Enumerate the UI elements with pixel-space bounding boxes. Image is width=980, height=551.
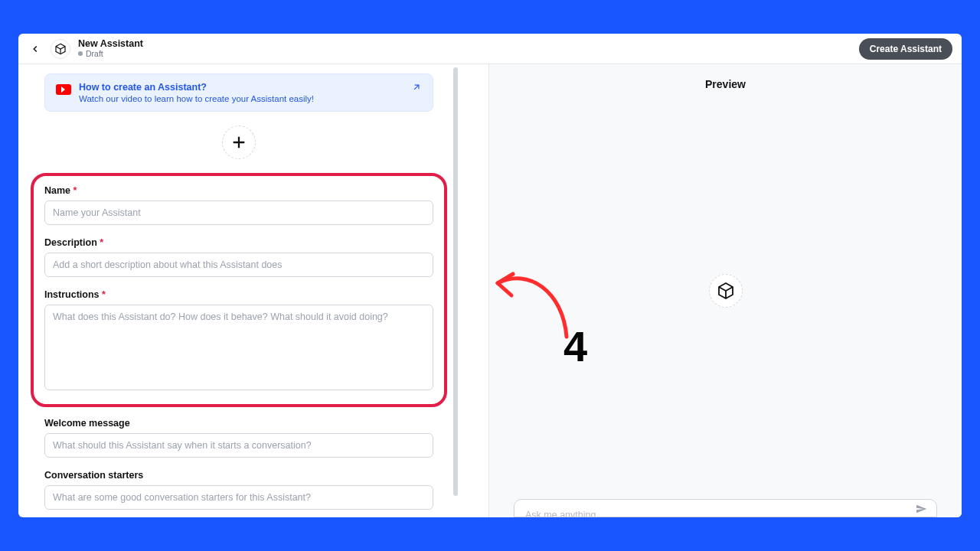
name-field-group: Name *	[44, 185, 433, 225]
instructions-field-group: Instructions *	[44, 289, 433, 393]
description-input[interactable]	[44, 253, 433, 277]
topbar-left: New Assistant Draft	[28, 39, 143, 59]
form-pane: How to create an Assistant? Watch our vi…	[18, 64, 459, 517]
preview-title: Preview	[705, 78, 746, 90]
welcome-input[interactable]	[44, 433, 433, 458]
page-title: New Assistant	[78, 39, 143, 50]
cube-icon	[717, 282, 735, 300]
topbar: New Assistant Draft Create Assistant	[18, 34, 962, 64]
chevron-left-icon	[30, 44, 41, 54]
instructions-input[interactable]	[44, 305, 433, 390]
send-icon[interactable]	[915, 503, 927, 517]
preview-pane: Preview	[489, 64, 962, 517]
back-button[interactable]	[28, 41, 43, 57]
name-label: Name *	[44, 185, 433, 196]
welcome-label: Welcome message	[44, 418, 433, 429]
scrollbar-track	[452, 64, 459, 517]
welcome-field-group: Welcome message	[44, 418, 433, 458]
required-fields-highlight: Name * Description * Instructions *	[31, 173, 447, 407]
page-status: Draft	[78, 50, 143, 59]
info-card[interactable]: How to create an Assistant? Watch our vi…	[44, 73, 433, 112]
description-label: Description *	[44, 237, 433, 248]
external-link-icon[interactable]	[411, 82, 422, 95]
svg-line-0	[414, 85, 419, 90]
create-assistant-button[interactable]: Create Assistant	[859, 38, 952, 60]
status-dot-icon	[78, 51, 83, 56]
plus-icon	[230, 134, 247, 151]
add-avatar-button[interactable]	[222, 126, 256, 159]
chat-input-wrap	[514, 499, 937, 517]
starters-input[interactable]	[44, 485, 433, 510]
app-window: New Assistant Draft Create Assistant How…	[18, 34, 962, 517]
youtube-icon	[56, 84, 71, 95]
title-block: New Assistant Draft	[78, 39, 143, 58]
starters-field-group: Conversation starters	[44, 470, 433, 510]
assistant-cube-icon	[51, 39, 70, 59]
preview-avatar-wrap	[709, 274, 743, 308]
starters-label: Conversation starters	[44, 470, 433, 481]
preview-avatar-placeholder	[709, 274, 743, 308]
info-card-subtitle: Watch our video to learn how to create y…	[79, 94, 314, 103]
instructions-label: Instructions *	[44, 289, 433, 300]
description-field-group: Description *	[44, 237, 433, 277]
content-area: How to create an Assistant? Watch our vi…	[18, 64, 962, 517]
scrollbar-thumb[interactable]	[453, 67, 458, 496]
status-label: Draft	[86, 50, 103, 59]
info-card-title: How to create an Assistant?	[79, 82, 314, 93]
chat-input[interactable]	[525, 510, 906, 517]
name-input[interactable]	[44, 201, 433, 225]
